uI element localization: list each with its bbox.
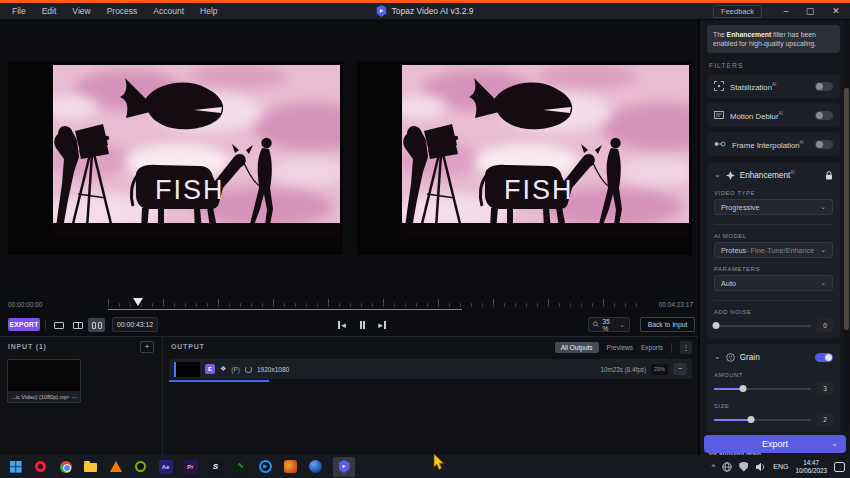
playhead[interactable] xyxy=(133,298,143,306)
output-menu-button[interactable]: ⋮ xyxy=(680,341,692,354)
frame-interpolation-icon xyxy=(714,139,726,149)
menu-process[interactable]: Process xyxy=(99,3,146,19)
taskbar-file-explorer[interactable] xyxy=(83,459,98,474)
grain-size-slider[interactable] xyxy=(714,416,811,424)
taskbar-s-app[interactable]: S xyxy=(208,459,223,474)
menu-help[interactable]: Help xyxy=(192,3,225,19)
taskbar-topaz-video-ai-active[interactable]: ▸ xyxy=(333,457,355,477)
taskbar-vlc[interactable] xyxy=(108,459,123,474)
timeline[interactable]: 00:00:00:00 00:04:23:17 xyxy=(0,296,698,312)
grain-size-value[interactable]: 2 xyxy=(817,413,833,426)
taskbar-after-effects[interactable]: Ae xyxy=(158,459,173,474)
security-shield-icon[interactable] xyxy=(739,462,748,472)
windows-taskbar: Ae Pr S ∿ ▶ ▸ ^ ENG 14:47 10/06/2023 xyxy=(0,455,850,478)
add-input-button[interactable]: + xyxy=(140,341,154,353)
taskbar-clock[interactable]: 14:47 10/06/2023 xyxy=(795,459,827,475)
taskbar-orange-app[interactable] xyxy=(283,459,298,474)
filter-stabilization[interactable]: StabilizationAI xyxy=(707,74,840,98)
grain-toggle[interactable] xyxy=(815,353,833,362)
add-noise-value[interactable]: 0 xyxy=(817,319,833,332)
taskbar-player-app[interactable]: ▶ xyxy=(258,459,273,474)
magnifier-icon xyxy=(593,321,599,328)
collapse-row-button[interactable]: − xyxy=(673,363,687,375)
close-button[interactable]: ✕ xyxy=(822,3,850,19)
maximize-button[interactable]: ▢ xyxy=(798,3,822,19)
start-button[interactable] xyxy=(8,459,23,474)
taskbar-chrome[interactable] xyxy=(58,459,73,474)
export-small-button[interactable]: EXPORT xyxy=(8,318,40,331)
taskbar-premiere[interactable]: Pr xyxy=(183,459,198,474)
chevron-down-icon: ⌄ xyxy=(619,321,625,329)
tab-all-outputs[interactable]: All Outputs xyxy=(555,342,599,353)
filter-motion-deblur[interactable]: Motion DeblurAI xyxy=(707,103,840,127)
language-indicator[interactable]: ENG xyxy=(773,463,788,470)
speaker-icon[interactable] xyxy=(755,462,766,472)
input-clip-thumbnail[interactable]: ...ic Video) (1080p).mp4 ⋯ xyxy=(7,359,81,403)
export-button[interactable]: Export ⌄ xyxy=(704,435,846,453)
side-by-side-icon xyxy=(92,322,102,329)
feedback-button[interactable]: Feedback xyxy=(713,5,762,18)
grain-amount-value[interactable]: 3 xyxy=(817,382,833,395)
menu-view[interactable]: View xyxy=(64,3,98,19)
view-split-button[interactable] xyxy=(69,318,86,332)
tab-exports[interactable]: Exports xyxy=(641,344,663,351)
tab-previews[interactable]: Previews xyxy=(607,344,633,351)
motion-deblur-toggle[interactable] xyxy=(815,111,833,120)
frame-interpolation-toggle[interactable] xyxy=(815,140,833,149)
menu-edit[interactable]: Edit xyxy=(34,3,65,19)
taskbar-audio-app[interactable]: ∿ xyxy=(233,459,248,474)
globe-app-icon xyxy=(309,460,322,473)
output-row[interactable]: E ❖ (P) 1920x1080 10m23s (8.4fps) 29% − xyxy=(169,359,692,379)
enhancement-card: ⌄ EnhancementAI VIDEO TYPE Progressive ⌄… xyxy=(707,162,840,338)
ai-model-label: AI MODEL xyxy=(714,233,833,239)
back-to-input-button[interactable]: Back to Input xyxy=(640,317,695,332)
zoom-select[interactable]: 35 % ⌄ xyxy=(588,317,630,332)
parameters-select[interactable]: Auto ⌄ xyxy=(714,275,833,291)
view-side-by-side-button[interactable] xyxy=(88,318,105,332)
grain-label: Grain xyxy=(740,353,760,362)
grain-amount-slider[interactable] xyxy=(714,385,811,393)
minimize-button[interactable]: – xyxy=(774,3,798,19)
network-globe-icon[interactable] xyxy=(722,462,732,472)
grain-header[interactable]: ⌄ Grain xyxy=(714,350,833,364)
windows-logo-icon xyxy=(10,461,22,473)
tray-chevron-up[interactable]: ^ xyxy=(712,462,716,471)
ai-model-select[interactable]: Proteus - Fine-Tune/Enhance ⌄ xyxy=(714,242,833,258)
taskbar-opera[interactable] xyxy=(33,459,48,474)
action-center-icon[interactable] xyxy=(834,462,845,472)
video-type-select[interactable]: Progressive ⌄ xyxy=(714,199,833,215)
pause-button[interactable] xyxy=(354,317,370,332)
enhancement-header[interactable]: ⌄ EnhancementAI xyxy=(714,168,833,182)
menu-account[interactable]: Account xyxy=(145,3,192,19)
split-view-icon xyxy=(73,322,83,329)
grain-card: ⌄ Grain AMOUNT 3 SIZE 2 xyxy=(707,344,840,432)
filter-label: Motion DeblurAI xyxy=(730,111,783,121)
mouse-cursor xyxy=(433,454,446,471)
sidebar-scrollbar-thumb[interactable] xyxy=(844,88,849,330)
play-circle-icon: ▶ xyxy=(259,460,272,473)
step-forward-button[interactable]: ▸ xyxy=(374,317,390,332)
waveform-icon: ∿ xyxy=(234,460,247,473)
filter-frame-interpolation[interactable]: Frame InterpolationAI xyxy=(707,132,840,156)
output-panel-title: OUTPUT xyxy=(171,343,205,350)
enhancement-icon: ❖ xyxy=(220,365,226,373)
taskbar-nvidia[interactable] xyxy=(133,459,148,474)
step-backward-button[interactable]: ◂ xyxy=(334,317,350,332)
stabilization-toggle[interactable] xyxy=(815,82,833,91)
current-timecode-field[interactable]: 00:00:43:12 xyxy=(112,317,158,332)
add-noise-slider[interactable] xyxy=(714,322,811,330)
app-title-text: Topaz Video AI v3.2.9 xyxy=(391,6,473,16)
taskbar-globe-app[interactable] xyxy=(308,459,323,474)
video-frame-enhanced xyxy=(357,62,692,255)
vlc-cone-icon xyxy=(110,461,122,472)
view-single-button[interactable] xyxy=(50,318,67,332)
preview-enhanced[interactable] xyxy=(357,62,692,255)
menu-file[interactable]: File xyxy=(4,3,34,19)
transport-bar: EXPORT 00:00:43:12 ◂ ▸ 35 % ⌄ Back to In… xyxy=(0,313,698,337)
clip-more-icon[interactable]: ⋯ xyxy=(71,393,77,400)
output-percent-badge: 29% xyxy=(651,364,668,375)
timeline-ruler[interactable] xyxy=(108,299,640,309)
clips-area: INPUT (1) + ...ic Video) (1080p).mp4 ⋯ O… xyxy=(0,336,698,455)
preview-original[interactable] xyxy=(8,62,343,255)
filters-heading: FILTERS xyxy=(709,62,850,69)
